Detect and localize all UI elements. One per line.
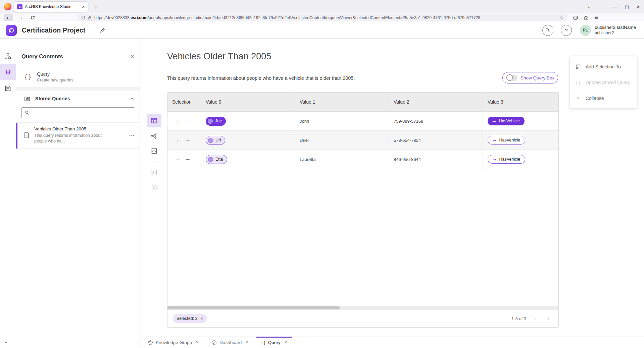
window-maximize-button[interactable]: □ <box>621 4 633 9</box>
menu-hamburger-icon[interactable]: ≡ <box>594 14 598 21</box>
tab-close-icon[interactable]: ✕ <box>284 340 287 345</box>
relationship-pill[interactable]: → HasVehicle <box>488 136 525 144</box>
pocket-icon[interactable] <box>573 15 578 20</box>
tracking-shield-icon[interactable] <box>81 15 85 20</box>
clear-selection-icon[interactable]: ✕ <box>200 316 203 321</box>
stored-query-description: This query returns information about peo… <box>34 133 106 144</box>
search-icon <box>25 111 29 115</box>
table-view-button[interactable] <box>147 114 161 127</box>
stored-queries-search[interactable] <box>21 107 134 118</box>
column-header-selection[interactable]: Selection <box>167 93 201 111</box>
search-input[interactable] <box>32 110 131 115</box>
remove-from-selection-button[interactable]: − <box>186 137 190 143</box>
value3-cell: → HasVehicle <box>483 112 558 130</box>
bookmark-star-icon[interactable]: ☆ <box>559 15 564 20</box>
main-content: Vehicles Older Than 2005 This query retu… <box>140 39 644 348</box>
edit-title-pencil-icon[interactable] <box>100 27 105 33</box>
table-row[interactable]: + − Uri Uriel 578-654-7854 → HasVehicle <box>167 131 558 150</box>
stored-query-item[interactable]: Vehicles Older Than 2005 This query retu… <box>16 122 140 149</box>
query-create-item[interactable]: { } Query Create new queries <box>16 66 140 88</box>
browser-tab-strip: ArcGIS Knowledge Studio ✕ + ⌄ — □ ✕ <box>0 0 644 13</box>
left-icon-rail: » <box>0 39 16 348</box>
remove-from-selection-button[interactable]: − <box>186 156 190 162</box>
table-header-row: Selection Value 0 Value 1 Value 2 Value … <box>167 93 558 112</box>
new-tab-button[interactable]: + <box>93 4 99 10</box>
expand-rail-chevrons-icon[interactable]: » <box>4 340 7 345</box>
table-row[interactable]: + − Joe John 759-889-57168 → HasVehicle <box>167 112 558 131</box>
previous-page-icon[interactable]: ‹ <box>531 315 540 322</box>
add-to-selection-button[interactable]: + <box>176 156 180 162</box>
braces-icon: { } <box>575 80 581 85</box>
entity-label: Uri <box>215 138 221 142</box>
tab-dashboard[interactable]: Dashboard ✕ <box>206 337 253 348</box>
add-to-selection-button[interactable]: + <box>176 118 180 124</box>
menu-item-collapse[interactable]: » Collapse <box>570 90 637 106</box>
stored-queries-header[interactable]: Stored Queries <box>16 91 140 106</box>
table-row[interactable]: + − Etta Lauretta 846-956-8644 → HasVehi… <box>167 150 558 169</box>
chevrons-right-icon: » <box>575 96 581 101</box>
user-name-block[interactable]: publisher2 lastName publisher2 <box>595 25 636 36</box>
column-header-value0[interactable]: Value 0 <box>201 93 295 111</box>
firefox-logo-icon[interactable] <box>4 3 11 10</box>
tab-knowledge-graph[interactable]: Knowledge Graph ✕ <box>143 337 204 348</box>
selected-count-label: Selected: 3 <box>177 316 198 321</box>
column-header-value1[interactable]: Value 1 <box>295 93 389 111</box>
entity-pill[interactable]: Joe <box>206 117 226 126</box>
selection-cell: + − <box>167 131 201 150</box>
tab-label: Dashboard <box>219 340 242 345</box>
scrollbar-thumb[interactable] <box>167 306 340 309</box>
search-button[interactable] <box>542 25 553 36</box>
relationship-pill[interactable]: → HasVehicle <box>488 117 525 125</box>
map-view-button[interactable] <box>147 144 161 158</box>
data-model-tree-button[interactable] <box>0 48 16 64</box>
select-region-button-disabled[interactable] <box>147 181 161 194</box>
help-button[interactable]: ? <box>561 25 572 36</box>
horizontal-scrollbar[interactable] <box>167 306 558 310</box>
tab-list-dropdown-icon[interactable]: ⌄ <box>584 4 595 9</box>
extensions-puzzle-icon[interactable] <box>584 15 588 20</box>
remove-from-selection-button[interactable]: − <box>186 118 190 124</box>
next-page-icon[interactable]: › <box>544 315 553 322</box>
tab-close-icon[interactable]: ✕ <box>196 340 199 345</box>
contents-layers-button[interactable] <box>0 64 16 80</box>
link-chart-view-button[interactable] <box>147 129 161 142</box>
tab-close-icon[interactable]: ✕ <box>82 5 85 9</box>
save-button[interactable] <box>0 80 16 96</box>
menu-item-add-selection-to[interactable]: Add Selection To <box>570 59 637 74</box>
window-close-button[interactable]: ✕ <box>633 4 644 9</box>
map-overview-button-disabled[interactable] <box>147 166 161 179</box>
column-header-value2[interactable]: Value 2 <box>389 93 483 111</box>
user-avatar[interactable]: PL <box>580 25 591 36</box>
lock-icon[interactable] <box>88 16 92 20</box>
browser-tab[interactable]: ArcGIS Knowledge Studio ✕ <box>14 2 88 12</box>
forward-button[interactable]: → <box>16 14 25 21</box>
table-footer: Selected: 3 ✕ 1-3 of 3 ‹ › <box>167 310 558 327</box>
entity-pill[interactable]: Uri <box>206 136 225 145</box>
toggle-switch[interactable] <box>507 75 517 81</box>
panel-close-icon[interactable]: ✕ <box>131 54 134 59</box>
back-button[interactable]: ← <box>4 14 13 21</box>
user-full-name: publisher2 lastName <box>595 25 636 31</box>
selected-count-chip[interactable]: Selected: 3 ✕ <box>173 314 207 323</box>
browser-nav-bar: ← → https://dev0028833.esri.com/portal/a… <box>0 13 644 22</box>
entity-pill[interactable]: Etta <box>206 155 227 164</box>
tab-close-icon[interactable]: ✕ <box>245 340 248 345</box>
braces-icon: { } <box>25 73 31 80</box>
show-query-box-toggle[interactable]: Show Query Box <box>502 72 558 83</box>
panel-divider <box>16 88 140 91</box>
relationship-pill[interactable]: → HasVehicle <box>488 155 525 164</box>
chevron-up-icon[interactable] <box>130 97 134 100</box>
add-to-selection-button[interactable]: + <box>176 137 180 143</box>
selection-cell: + − <box>167 150 201 169</box>
arcgis-favicon-icon <box>17 4 22 9</box>
url-bar[interactable]: https://dev0028833.esri.com/portal/apps/… <box>78 14 567 21</box>
reload-button[interactable] <box>28 14 37 21</box>
stored-queries-title: Stored Queries <box>35 96 70 101</box>
menu-item-update-stored-query[interactable]: { } Update Stored Query <box>570 74 637 90</box>
tab-query[interactable]: { } Query ✕ <box>256 337 292 348</box>
toggle-knob <box>506 74 513 81</box>
column-header-value3[interactable]: Value 3 <box>483 93 558 111</box>
more-options-icon[interactable]: ••• <box>129 133 135 137</box>
window-minimize-button[interactable]: — <box>610 4 621 9</box>
menu-item-label: Update Stored Query <box>586 80 630 85</box>
